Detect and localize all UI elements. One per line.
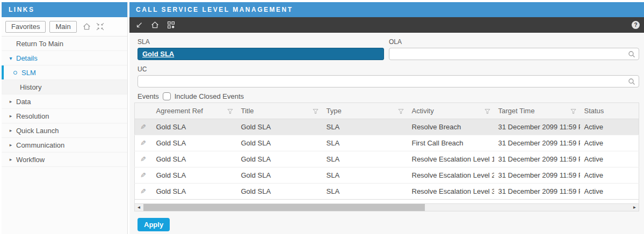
filter-icon[interactable] <box>227 108 233 116</box>
edit-column-header <box>135 103 152 119</box>
column-header-target-time[interactable]: Target Time <box>494 103 580 119</box>
edit-icon[interactable]: ✎ <box>140 187 146 195</box>
column-header-title[interactable]: Title <box>237 103 322 119</box>
cell-title: Gold SLA <box>237 119 322 135</box>
pin-icon[interactable] <box>135 21 143 29</box>
events-table-header-row: Agreement RefTitleTypeActivityTarget Tim… <box>135 103 639 119</box>
column-header-status[interactable]: Status <box>580 103 639 119</box>
filter-icon[interactable] <box>570 108 576 116</box>
table-row[interactable]: ✎Gold SLAGold SLASLAResolve Escalation L… <box>135 184 639 200</box>
chevron-right-icon: ▸ <box>6 128 15 133</box>
tab-main[interactable]: Main <box>49 21 76 33</box>
chevron-right-icon: ▸ <box>6 142 15 148</box>
bullet-circle-icon <box>13 71 17 75</box>
cell-title: Gold SLA <box>237 184 322 200</box>
ola-input[interactable] <box>389 48 639 60</box>
content-area: SLA Gold SLA OLA UC <box>129 33 644 231</box>
cell-type: SLA <box>322 135 408 151</box>
edit-icon[interactable]: ✎ <box>140 139 146 147</box>
cell-status: Active <box>580 151 639 167</box>
column-header-type[interactable]: Type <box>322 103 408 119</box>
grid-settings-icon[interactable] <box>167 21 175 29</box>
cell-agreement_ref: Gold SLA <box>152 184 237 200</box>
cell-status: Active <box>580 119 639 135</box>
events-table-body: ✎Gold SLAGold SLASLAResolve Breach31 Dec… <box>135 119 639 200</box>
table-row[interactable]: ✎Gold SLAGold SLASLAResolve Breach31 Dec… <box>135 119 639 135</box>
search-icon[interactable] <box>628 50 635 60</box>
horizontal-scrollbar[interactable]: ◄ ► <box>134 203 639 211</box>
sidebar-item-label: Resolution <box>16 112 49 120</box>
cell-target_time: 31 December 2099 11:59 PM <box>494 151 580 167</box>
toolbar: ? <box>129 17 644 33</box>
home-icon[interactable] <box>83 23 91 31</box>
chevron-right-icon: ▸ <box>6 99 15 104</box>
sidebar-item-resolution[interactable]: ▸Resolution <box>2 109 127 123</box>
events-label: Events <box>138 92 159 100</box>
cell-type: SLA <box>322 167 408 184</box>
sidebar-item-label: Details <box>16 54 38 62</box>
column-header-activity[interactable]: Activity <box>408 103 494 119</box>
table-row[interactable]: ✎Gold SLAGold SLASLAResolve Escalation L… <box>135 167 639 184</box>
filter-icon[interactable] <box>313 108 319 116</box>
cell-title: Gold SLA <box>237 151 322 167</box>
sidebar-item-label: Communication <box>16 141 64 149</box>
sidebar-item-slm[interactable]: SLM <box>2 65 127 80</box>
cell-type: SLA <box>322 151 408 167</box>
sidebar-item-history[interactable]: History <box>2 80 127 94</box>
events-table: Agreement RefTitleTypeActivityTarget Tim… <box>134 103 639 200</box>
page-title: CALL SERVICE LEVEL MANAGEMENT <box>129 2 644 17</box>
edit-icon[interactable]: ✎ <box>140 171 146 179</box>
cell-agreement_ref: Gold SLA <box>152 119 237 135</box>
uc-search-box <box>138 75 639 87</box>
home-icon[interactable] <box>151 21 159 29</box>
cell-type: SLA <box>322 119 408 135</box>
chevron-right-icon: ▸ <box>6 113 15 119</box>
cell-status: Active <box>580 184 639 200</box>
sidebar-item-quick-launch[interactable]: ▸Quick Launch <box>2 123 127 138</box>
search-icon[interactable] <box>628 78 635 87</box>
cell-target_time: 31 December 2099 11:59 PM <box>494 184 580 200</box>
cell-target_time: 31 December 2099 11:59 PM <box>494 119 580 135</box>
uc-input[interactable] <box>138 76 639 87</box>
include-closed-events-checkbox[interactable] <box>163 92 171 100</box>
scroll-right-icon[interactable]: ► <box>631 204 639 211</box>
filter-icon[interactable] <box>398 108 404 116</box>
table-row[interactable]: ✎Gold SLAGold SLASLAResolve Escalation L… <box>135 151 639 167</box>
sidebar-tabs: Favorites Main <box>2 17 127 36</box>
sidebar-item-details[interactable]: ▾Details <box>2 51 127 65</box>
column-header-agreement-ref[interactable]: Agreement Ref <box>152 103 237 119</box>
cell-agreement_ref: Gold SLA <box>152 151 237 167</box>
scroll-left-icon[interactable]: ◄ <box>135 204 143 211</box>
sidebar-item-return-to-main[interactable]: Return To Main <box>2 36 127 51</box>
selected-indicator <box>2 65 4 79</box>
sidebar-item-label: SLM <box>21 69 36 77</box>
cell-status: Active <box>580 167 639 184</box>
include-closed-events-label: Include Closed Events <box>175 92 244 100</box>
sidebar-item-workflow[interactable]: ▸Workflow <box>2 152 127 167</box>
sidebar-title: LINKS <box>2 2 127 17</box>
cell-agreement_ref: Gold SLA <box>152 167 237 184</box>
uc-label: UC <box>138 65 639 74</box>
sidebar-item-label: Return To Main <box>16 40 63 48</box>
ola-label: OLA <box>389 38 639 46</box>
ola-search-box <box>389 48 639 60</box>
scrollbar-thumb[interactable] <box>143 204 425 211</box>
sla-value: Gold SLA <box>142 50 174 58</box>
tab-favorites[interactable]: Favorites <box>5 21 46 33</box>
sidebar-item-communication[interactable]: ▸Communication <box>2 138 127 152</box>
sidebar-item-data[interactable]: ▸Data <box>2 94 127 109</box>
links-sidebar: LINKS Favorites Main <box>2 2 128 234</box>
chevron-right-icon: ▸ <box>6 157 15 162</box>
table-row[interactable]: ✎Gold SLAGold SLASLAFirst Call Breach31 … <box>135 135 639 151</box>
filter-icon[interactable] <box>484 108 490 116</box>
cell-status: Active <box>580 135 639 151</box>
cell-activity: Resolve Escalation Level 3 <box>408 184 494 200</box>
call-slm-page: LINKS Favorites Main <box>0 0 644 234</box>
sla-value-chip[interactable]: Gold SLA <box>138 48 384 60</box>
sidebar-item-label: Data <box>16 98 31 106</box>
edit-icon[interactable]: ✎ <box>140 155 146 163</box>
edit-icon[interactable]: ✎ <box>140 123 146 131</box>
help-icon[interactable]: ? <box>632 21 640 29</box>
apply-button[interactable]: Apply <box>138 218 170 231</box>
collapse-all-icon[interactable] <box>96 23 104 31</box>
